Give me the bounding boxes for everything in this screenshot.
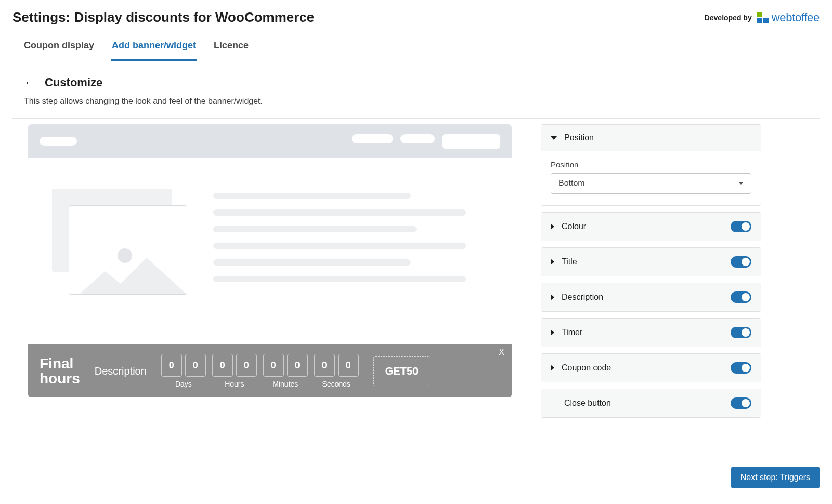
accordion-timer-header[interactable]: Timer <box>541 319 761 347</box>
timer-days-tens: 0 <box>161 354 182 377</box>
position-field-label: Position <box>551 160 751 169</box>
accordion-description-header[interactable]: Description <box>541 283 761 311</box>
step-title: Customize <box>45 76 102 89</box>
developed-by: Developed by webtoffee <box>705 11 820 24</box>
colour-toggle[interactable] <box>731 221 751 232</box>
accordion-coupon-code-header[interactable]: Coupon code <box>541 354 761 382</box>
caret-right-icon <box>551 365 554 371</box>
preview-image-placeholder <box>52 189 188 293</box>
tab-licence[interactable]: Licence <box>213 40 250 61</box>
preview-browser-chrome <box>28 124 512 158</box>
timer-minutes-label: Minutes <box>272 380 298 388</box>
preview-text-placeholder <box>213 189 488 293</box>
coupon-code-toggle[interactable] <box>731 362 751 374</box>
accordion-position: Position Position Bottom <box>541 124 761 206</box>
timer-days-ones: 0 <box>185 354 206 377</box>
tab-coupon-display[interactable]: Coupon display <box>23 40 95 61</box>
banner-title: Final hours <box>40 356 80 387</box>
chevron-down-icon <box>738 182 744 185</box>
accordion-close-button-header[interactable]: Close button <box>541 389 761 417</box>
close-button-toggle[interactable] <box>731 397 751 409</box>
timer-toggle[interactable] <box>731 327 751 338</box>
caret-right-icon <box>551 329 554 336</box>
customize-panel: Position Position Bottom Colour <box>541 124 761 424</box>
timer-minutes-ones: 0 <box>287 354 308 377</box>
step-description: This step allows changing the look and f… <box>12 97 820 106</box>
brand-name: webtoffee <box>772 11 820 24</box>
brand-logo: webtoffee <box>757 11 820 24</box>
accordion-timer-label: Timer <box>562 328 582 337</box>
accordion-title: Title <box>541 247 761 276</box>
caret-placeholder <box>551 400 557 406</box>
caret-right-icon <box>551 294 554 300</box>
caret-down-icon <box>551 136 557 140</box>
accordion-title-label: Title <box>562 257 577 267</box>
accordion-colour: Colour <box>541 212 761 241</box>
timer-hours-tens: 0 <box>212 354 233 377</box>
accordion-colour-label: Colour <box>562 222 586 231</box>
tabs: Coupon display Add banner/widget Licence <box>12 40 820 61</box>
title-toggle[interactable] <box>731 256 751 268</box>
back-arrow-icon[interactable]: ← <box>24 76 35 89</box>
timer-seconds-ones: 0 <box>338 354 359 377</box>
accordion-description-label: Description <box>562 293 603 302</box>
svg-point-0 <box>118 248 132 263</box>
banner-close-icon[interactable]: X <box>499 348 504 357</box>
banner-timer: 0 0 Days 0 0 Hours 0 <box>161 354 359 388</box>
accordion-position-header[interactable]: Position <box>541 125 761 151</box>
banner-preview: X Final hours Description 0 0 Days 0 <box>28 124 512 424</box>
accordion-coupon-code: Coupon code <box>541 353 761 382</box>
caret-right-icon <box>551 223 554 230</box>
timer-hours-ones: 0 <box>236 354 257 377</box>
accordion-close-button-label: Close button <box>564 399 611 408</box>
accordion-title-header[interactable]: Title <box>541 248 761 276</box>
description-toggle[interactable] <box>731 291 751 303</box>
position-select-value: Bottom <box>558 179 585 188</box>
accordion-description: Description <box>541 283 761 312</box>
accordion-colour-header[interactable]: Colour <box>541 213 761 241</box>
accordion-timer: Timer <box>541 318 761 347</box>
accordion-coupon-code-label: Coupon code <box>562 363 611 373</box>
banner-coupon-code: GET50 <box>373 356 430 386</box>
svg-marker-1 <box>80 258 187 294</box>
tab-add-banner-widget[interactable]: Add banner/widget <box>111 40 197 61</box>
accordion-close-button: Close button <box>541 389 761 418</box>
position-select[interactable]: Bottom <box>551 173 751 194</box>
timer-seconds-label: Seconds <box>322 380 350 388</box>
page-title: Settings: Display discounts for WooComme… <box>12 9 314 25</box>
caret-right-icon <box>551 259 554 265</box>
preview-banner: X Final hours Description 0 0 Days 0 <box>28 344 512 397</box>
developed-by-label: Developed by <box>705 14 752 22</box>
timer-minutes-tens: 0 <box>263 354 284 377</box>
timer-hours-label: Hours <box>225 380 244 388</box>
next-step-button[interactable]: Next step: Triggers <box>731 467 820 488</box>
timer-days-label: Days <box>175 380 192 388</box>
banner-description: Description <box>95 365 147 377</box>
accordion-position-label: Position <box>564 133 594 142</box>
timer-seconds-tens: 0 <box>314 354 335 377</box>
